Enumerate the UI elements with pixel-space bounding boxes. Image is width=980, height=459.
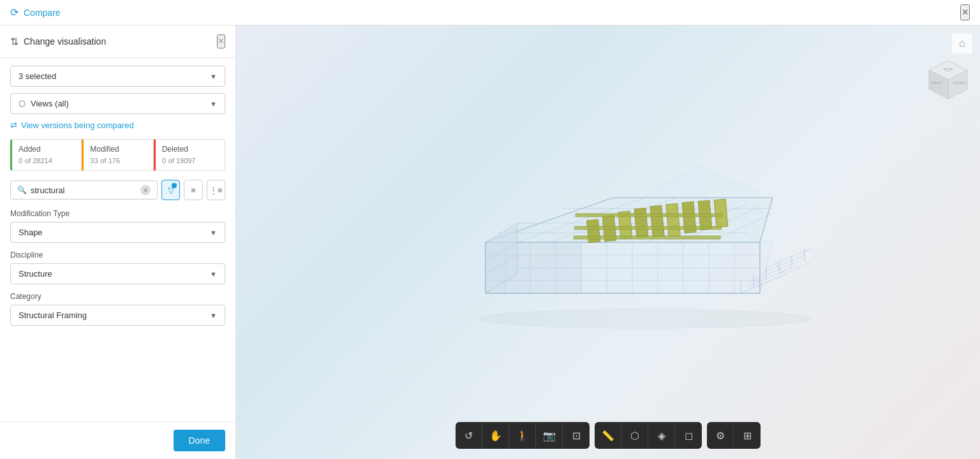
walk-tool-button[interactable]: 🚶 — [509, 422, 536, 449]
panel-settings-button[interactable]: ⊞ — [734, 422, 761, 449]
hand-icon: ✋ — [489, 430, 502, 442]
filter-active-dot — [172, 183, 177, 188]
svg-rect-61 — [575, 226, 722, 229]
views-dropdown[interactable]: ⬡ Views (all) ▼ — [10, 93, 225, 114]
app-close-button[interactable]: × — [960, 4, 970, 20]
chevron-down-icon-5: ▼ — [210, 312, 217, 319]
grid-view-button[interactable]: ⋮≡ — [207, 180, 225, 200]
search-input[interactable] — [31, 186, 138, 195]
model-icon: ⬡ — [630, 430, 639, 442]
modification-type-dropdown[interactable]: Shape ▼ — [10, 222, 225, 243]
camera-icon: 📷 — [543, 430, 556, 442]
sidebar-content: 3 selected ▼ ⬡ Views (all) ▼ ⇄ View vers… — [0, 58, 235, 421]
category-section: Category Structural Framing ▼ — [10, 292, 225, 326]
bottom-toolbar: ↺ ✋ 🚶 📷 ⊡ 📏 — [456, 422, 761, 449]
svg-text:TOP: TOP — [944, 68, 953, 72]
measure-tool-button[interactable]: 📏 — [595, 422, 621, 449]
section-tool-button[interactable]: ⊡ — [563, 422, 590, 449]
done-section: Done — [0, 421, 235, 459]
modified-label: Modified — [90, 145, 146, 154]
added-label: Added — [19, 145, 75, 154]
svg-rect-60 — [715, 199, 729, 227]
pan-tool-button[interactable]: ✋ — [482, 422, 509, 449]
compare-arrows-icon: ⇄ — [10, 120, 17, 130]
filter-button[interactable]: ▽ — [161, 180, 180, 200]
svg-rect-63 — [575, 214, 722, 217]
list-view-button[interactable]: ≡ — [184, 180, 202, 200]
3d-viewport: ⌂ TOP FRONT RIGHT — [236, 26, 980, 459]
app-title: Compare — [24, 8, 61, 18]
settings-toolbar-group: ⚙ ⊞ — [707, 422, 761, 449]
chevron-down-icon: ▼ — [210, 73, 217, 80]
sort-icon: ⇅ — [10, 36, 19, 48]
app-header: ⟳ Compare × — [0, 0, 980, 26]
view-versions-link[interactable]: ⇄ View versions being compared — [10, 120, 225, 130]
rotate-tool-button[interactable]: ↺ — [456, 422, 482, 449]
rotate-icon: ↺ — [464, 430, 473, 442]
view-tool-button[interactable]: ◻ — [675, 422, 702, 449]
views-dropdown-content: ⬡ Views (all) — [19, 99, 69, 108]
person-icon: 🚶 — [516, 430, 529, 442]
view-cube[interactable]: TOP FRONT RIGHT — [923, 57, 974, 108]
category-label: Category — [10, 292, 225, 301]
section-icon: ⊡ — [572, 430, 581, 442]
settings-button[interactable]: ⚙ — [707, 422, 734, 449]
header-left: ⟳ Compare — [10, 6, 61, 18]
compare-icon: ⟳ — [10, 6, 19, 18]
cube-icon: ⬡ — [19, 99, 26, 108]
modified-subvalue: of 176 — [100, 157, 120, 164]
home-button[interactable]: ⌂ — [952, 33, 972, 54]
panels-icon: ⊞ — [743, 430, 752, 442]
svg-rect-55 — [634, 208, 648, 237]
panel-title: Change visualisation — [24, 36, 106, 47]
view-icon: ◻ — [685, 430, 693, 442]
sidebar-header: ⇅ Change visualisation × — [0, 26, 235, 58]
grid-icon: ⋮≡ — [209, 186, 223, 195]
svg-rect-62 — [574, 236, 720, 239]
clear-icon[interactable]: ✕ — [140, 185, 151, 195]
ruler-icon: 📏 — [602, 430, 614, 442]
svg-text:FRONT: FRONT — [953, 81, 967, 85]
layers-icon: ◈ — [658, 430, 665, 442]
svg-point-51 — [479, 309, 811, 328]
list-icon: ≡ — [191, 186, 196, 195]
done-button[interactable]: Done — [174, 430, 225, 451]
camera-tool-button[interactable]: 📷 — [536, 422, 563, 449]
category-dropdown[interactable]: Structural Framing ▼ — [10, 305, 225, 326]
deleted-stat: Deleted 0 of 19097 — [154, 139, 225, 171]
chevron-down-icon-4: ▼ — [210, 270, 217, 278]
svg-rect-57 — [666, 203, 680, 236]
panel-close-button[interactable]: × — [217, 34, 225, 48]
selection-value: 3 selected — [19, 71, 56, 81]
stats-row: Added 0 of 28214 Modified 33 of 176 Dele… — [10, 139, 225, 171]
modification-type-value: Shape — [19, 228, 43, 237]
modified-value: 33 of 176 — [90, 155, 146, 165]
model-tool-button[interactable]: ⬡ — [621, 422, 648, 449]
gear-icon: ⚙ — [716, 430, 725, 442]
discipline-section: Discipline Structure ▼ — [10, 251, 225, 284]
layers-tool-button[interactable]: ◈ — [648, 422, 675, 449]
building-model — [454, 115, 836, 370]
navigation-toolbar-group: ↺ ✋ 🚶 📷 ⊡ — [456, 422, 590, 449]
deleted-subvalue: of 19097 — [168, 157, 196, 164]
discipline-value: Structure — [19, 269, 52, 279]
svg-rect-56 — [650, 205, 664, 237]
views-value: Views (all) — [31, 99, 69, 108]
modification-type-label: Modification Type — [10, 209, 225, 218]
main-layout: ⇅ Change visualisation × 3 selected ▼ ⬡ … — [0, 26, 980, 459]
discipline-dropdown[interactable]: Structure ▼ — [10, 263, 225, 284]
search-row: 🔍 ✕ ▽ ≡ ⋮≡ — [10, 180, 225, 200]
search-wrapper: 🔍 ✕ — [10, 180, 158, 200]
added-subvalue: of 28214 — [25, 157, 52, 164]
selection-dropdown[interactable]: 3 selected ▼ — [10, 66, 225, 87]
svg-line-44 — [785, 261, 811, 274]
modification-type-section: Modification Type Shape ▼ — [10, 209, 225, 243]
deleted-value: 0 of 19097 — [162, 155, 218, 165]
added-value: 0 of 28214 — [19, 155, 75, 165]
chevron-down-icon-3: ▼ — [210, 229, 217, 237]
tools-toolbar-group: 📏 ⬡ ◈ ◻ — [595, 422, 702, 449]
added-stat: Added 0 of 28214 — [10, 139, 82, 171]
chevron-down-icon-2: ▼ — [210, 100, 217, 108]
search-icon: 🔍 — [17, 186, 27, 194]
discipline-label: Discipline — [10, 251, 225, 259]
